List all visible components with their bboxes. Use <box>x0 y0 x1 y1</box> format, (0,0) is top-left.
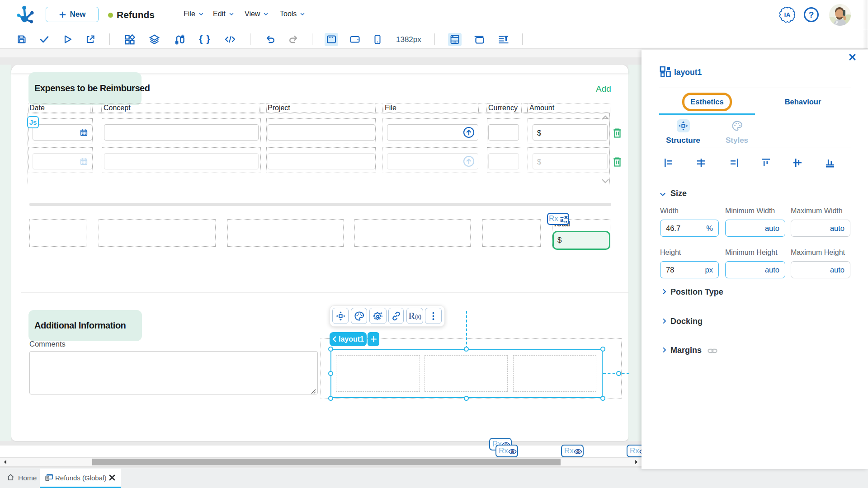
svg-text:?: ? <box>809 10 814 19</box>
svg-text:IA: IA <box>784 11 791 19</box>
